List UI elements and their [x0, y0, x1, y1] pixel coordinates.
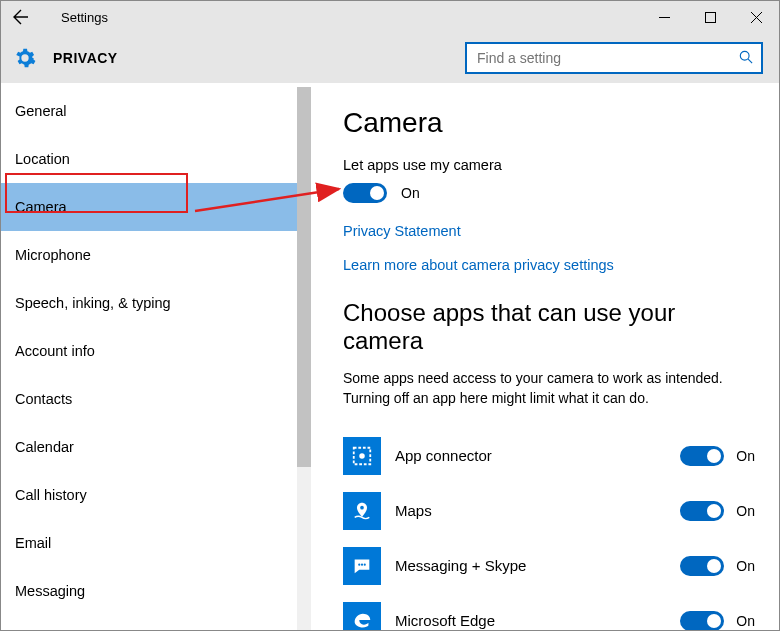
close-icon: [751, 12, 762, 23]
app-name: Microsoft Edge: [395, 612, 680, 629]
edge-icon: [343, 602, 381, 630]
arrow-left-icon: [13, 9, 29, 25]
content-pane: Camera Let apps use my camera On Privacy…: [311, 87, 779, 630]
titlebar: Settings: [1, 1, 779, 33]
sidebar-item-general[interactable]: General: [1, 87, 311, 135]
svg-point-6: [361, 563, 363, 565]
app-toggle-state: On: [736, 558, 755, 574]
search-icon: [739, 50, 753, 67]
sidebar-scrollbar-thumb[interactable]: [297, 87, 311, 467]
maximize-button[interactable]: [687, 1, 733, 33]
sidebar-item-contacts[interactable]: Contacts: [1, 375, 311, 423]
app-row: Microsoft Edge On: [343, 593, 761, 630]
back-button[interactable]: [1, 1, 41, 33]
app-row: Maps On: [343, 483, 761, 538]
sidebar: General Location Camera Microphone Speec…: [1, 87, 311, 630]
master-toggle-label: Let apps use my camera: [343, 157, 761, 173]
svg-point-5: [358, 563, 360, 565]
sidebar-item-messaging[interactable]: Messaging: [1, 567, 311, 615]
minimize-button[interactable]: [641, 1, 687, 33]
app-toggle-state: On: [736, 613, 755, 629]
messaging-skype-icon: [343, 547, 381, 585]
page-title: Camera: [343, 107, 761, 139]
sidebar-item-speech[interactable]: Speech, inking, & typing: [1, 279, 311, 327]
sidebar-item-label: General: [15, 103, 67, 119]
master-camera-toggle[interactable]: [343, 183, 387, 203]
sidebar-item-label: Email: [15, 535, 51, 551]
svg-point-7: [364, 563, 366, 565]
app-name: App connector: [395, 447, 680, 464]
app-toggle[interactable]: [680, 446, 724, 466]
app-toggle[interactable]: [680, 611, 724, 630]
svg-rect-0: [705, 12, 715, 22]
master-toggle-state: On: [401, 185, 420, 201]
header: PRIVACY: [1, 33, 779, 83]
window-title: Settings: [61, 10, 108, 25]
privacy-statement-link[interactable]: Privacy Statement: [343, 223, 761, 239]
sidebar-item-label: Call history: [15, 487, 87, 503]
app-row: App connector On: [343, 428, 761, 483]
app-connector-icon: [343, 437, 381, 475]
category-title: PRIVACY: [53, 50, 118, 66]
sidebar-item-location[interactable]: Location: [1, 135, 311, 183]
settings-window: Settings PRIVACY General: [0, 0, 780, 631]
gear-icon: [13, 46, 37, 70]
sidebar-item-account-info[interactable]: Account info: [1, 327, 311, 375]
close-button[interactable]: [733, 1, 779, 33]
sidebar-item-radios[interactable]: Radios: [1, 615, 311, 630]
app-toggle[interactable]: [680, 556, 724, 576]
svg-point-1: [740, 51, 749, 60]
sidebar-item-call-history[interactable]: Call history: [1, 471, 311, 519]
learn-more-link[interactable]: Learn more about camera privacy settings: [343, 257, 761, 273]
svg-point-4: [360, 506, 364, 510]
search-box[interactable]: [465, 42, 763, 74]
sidebar-item-email[interactable]: Email: [1, 519, 311, 567]
sidebar-item-label: Calendar: [15, 439, 74, 455]
maximize-icon: [705, 12, 716, 23]
sidebar-item-label: Contacts: [15, 391, 72, 407]
app-row: Messaging + Skype On: [343, 538, 761, 593]
sidebar-item-camera[interactable]: Camera: [1, 183, 311, 231]
app-toggle[interactable]: [680, 501, 724, 521]
sidebar-item-label: Account info: [15, 343, 95, 359]
app-name: Messaging + Skype: [395, 557, 680, 574]
maps-icon: [343, 492, 381, 530]
sidebar-item-microphone[interactable]: Microphone: [1, 231, 311, 279]
section-apps-title: Choose apps that can use your camera: [343, 299, 761, 355]
app-toggle-state: On: [736, 448, 755, 464]
sidebar-item-label: Location: [15, 151, 70, 167]
app-name: Maps: [395, 502, 680, 519]
section-apps-description: Some apps need access to your camera to …: [343, 369, 753, 408]
svg-point-3: [359, 453, 365, 459]
sidebar-item-label: Speech, inking, & typing: [15, 295, 171, 311]
sidebar-item-label: Microphone: [15, 247, 91, 263]
sidebar-item-label: Messaging: [15, 583, 85, 599]
sidebar-item-label: Camera: [15, 199, 67, 215]
app-toggle-state: On: [736, 503, 755, 519]
sidebar-item-calendar[interactable]: Calendar: [1, 423, 311, 471]
search-input[interactable]: [475, 49, 739, 67]
minimize-icon: [659, 12, 670, 23]
